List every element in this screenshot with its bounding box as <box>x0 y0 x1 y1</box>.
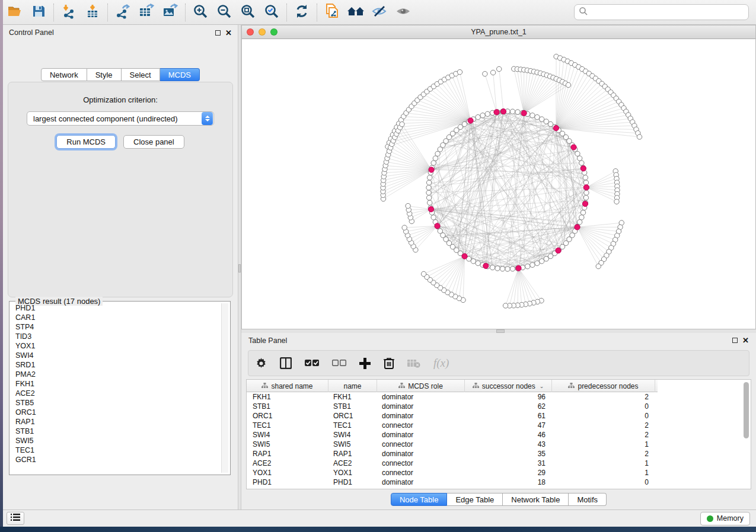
network-node[interactable] <box>515 110 520 114</box>
network-leaf-node[interactable] <box>614 199 619 204</box>
network-node[interactable] <box>575 151 580 156</box>
mcds-result-item[interactable]: SWI5 <box>11 436 221 446</box>
mcds-result-item[interactable]: GCR1 <box>11 455 221 464</box>
sort-menu-chevron-icon[interactable]: ⌄ <box>540 383 544 389</box>
network-node[interactable] <box>540 117 544 121</box>
table-row[interactable]: TEC1TEC1connector472 <box>247 421 751 430</box>
network-leaf-node[interactable] <box>457 69 462 74</box>
network-window-titlebar[interactable]: YPA_prune.txt_1 <box>242 25 755 39</box>
network-node[interactable] <box>471 259 476 264</box>
network-node[interactable] <box>495 266 500 271</box>
mcds-result-item[interactable]: ORC1 <box>11 408 221 417</box>
import-table-button[interactable] <box>81 2 104 23</box>
network-node[interactable] <box>535 261 540 265</box>
table-scrollbar[interactable] <box>743 382 749 486</box>
splitter-grip[interactable] <box>238 264 241 273</box>
delete-column-button[interactable] <box>384 357 394 369</box>
network-node[interactable] <box>431 215 436 220</box>
mcds-list-scrollbar[interactable] <box>221 303 228 473</box>
zoom-fit-button[interactable] <box>236 2 260 23</box>
mcds-hub-node[interactable] <box>575 225 580 230</box>
network-node[interactable] <box>584 190 589 195</box>
network-leaf-node[interactable] <box>421 271 426 276</box>
network-node[interactable] <box>428 175 432 180</box>
network-node[interactable] <box>583 175 588 180</box>
table-scrollbar-thumb[interactable] <box>744 382 749 438</box>
mcds-hub-node[interactable] <box>583 185 589 190</box>
table-row[interactable]: ORC1ORC1dominator610 <box>247 411 751 421</box>
tab-style[interactable]: Style <box>87 68 122 81</box>
network-leaf-node[interactable] <box>483 71 487 76</box>
delete-table-button[interactable] <box>407 358 420 368</box>
tab-select[interactable]: Select <box>122 68 160 81</box>
close-panel-icon[interactable]: ✕ <box>742 338 749 343</box>
mcds-result-item[interactable]: CAR1 <box>11 313 221 322</box>
network-leaf-node[interactable] <box>503 303 508 308</box>
run-mcds-button[interactable]: Run MCDS <box>56 135 116 149</box>
network-leaf-node[interactable] <box>496 66 501 71</box>
column-header-shared-name[interactable]: shared name <box>247 380 328 392</box>
network-leaf-node[interactable] <box>402 225 407 230</box>
table-row[interactable]: ACE2ACE2connector311 <box>247 459 751 468</box>
network-node[interactable] <box>485 111 490 116</box>
network-leaf-node[interactable] <box>637 134 642 139</box>
mcds-hub-node[interactable] <box>428 207 433 212</box>
network-leaf-node[interactable] <box>490 70 495 75</box>
mcds-hub-node[interactable] <box>582 201 588 206</box>
show-column-button[interactable] <box>280 357 292 369</box>
import-network-button[interactable] <box>57 2 81 23</box>
network-node[interactable] <box>583 180 588 185</box>
table-tab-edge-table[interactable]: Edge Table <box>447 493 503 506</box>
mcds-result-item[interactable]: YOX1 <box>11 341 221 351</box>
network-leaf-node[interactable] <box>400 122 404 127</box>
network-leaf-node[interactable] <box>406 203 410 208</box>
table-row[interactable]: SWI4SWI4dominator462 <box>247 430 751 440</box>
mcds-hub-node[interactable] <box>462 254 467 259</box>
mcds-hub-node[interactable] <box>521 110 527 116</box>
save-session-button[interactable] <box>27 2 50 23</box>
mcds-result-item[interactable]: ACE2 <box>11 389 221 398</box>
network-node[interactable] <box>505 267 510 271</box>
network-node[interactable] <box>476 115 480 120</box>
optimization-criterion-dropdown[interactable]: largest connected component (undirected) <box>27 111 214 126</box>
mcds-result-item[interactable]: PMA2 <box>11 370 221 379</box>
table-row[interactable]: FKH1FKH1dominator962 <box>247 392 751 402</box>
mcds-result-item[interactable]: STB5 <box>11 398 221 408</box>
network-node[interactable] <box>490 265 495 270</box>
mcds-result-item[interactable]: TEC1 <box>11 446 221 455</box>
export-image-button[interactable] <box>158 2 182 23</box>
close-panel-button[interactable]: Close panel <box>123 135 184 149</box>
float-panel-icon[interactable] <box>732 338 738 343</box>
function-builder-button[interactable]: f(x) <box>433 357 449 370</box>
network-node[interactable] <box>530 262 535 267</box>
network-leaf-node[interactable] <box>596 264 601 268</box>
network-node[interactable] <box>583 196 588 200</box>
memory-button[interactable]: Memory <box>700 512 750 525</box>
network-node[interactable] <box>480 113 485 118</box>
tab-network[interactable]: Network <box>41 68 87 81</box>
float-panel-icon[interactable] <box>215 30 221 36</box>
tab-mcds[interactable]: MCDS <box>160 68 200 81</box>
mcds-result-item[interactable]: PHD1 <box>11 303 221 313</box>
table-settings-button[interactable] <box>256 358 267 369</box>
network-node[interactable] <box>500 267 505 271</box>
export-network-button[interactable] <box>111 2 135 23</box>
mcds-hub-node[interactable] <box>556 248 561 253</box>
mcds-result-item[interactable]: STB1 <box>11 427 221 436</box>
network-node[interactable] <box>426 180 431 185</box>
network-node[interactable] <box>433 156 438 161</box>
select-all-rows-button[interactable] <box>305 359 319 367</box>
network-node[interactable] <box>577 220 582 225</box>
search-input[interactable] <box>588 8 744 17</box>
network-node[interactable] <box>580 210 585 215</box>
table-tab-motifs[interactable]: Motifs <box>569 493 607 506</box>
hide-selected-button[interactable] <box>368 2 391 23</box>
column-header-predecessor-nodes[interactable]: predecessor nodes <box>552 380 655 392</box>
mcds-result-list[interactable]: PHD1CAR1STP4TID3YOX1SWI4SRD1PMA2FKH1ACE2… <box>11 303 221 473</box>
mcds-hub-node[interactable] <box>483 263 489 268</box>
network-node[interactable] <box>476 261 480 265</box>
column-header-successor-nodes[interactable]: successor nodes⌄ <box>465 380 552 392</box>
network-node[interactable] <box>431 161 436 165</box>
open-file-button[interactable] <box>3 2 27 23</box>
network-node[interactable] <box>426 190 431 195</box>
